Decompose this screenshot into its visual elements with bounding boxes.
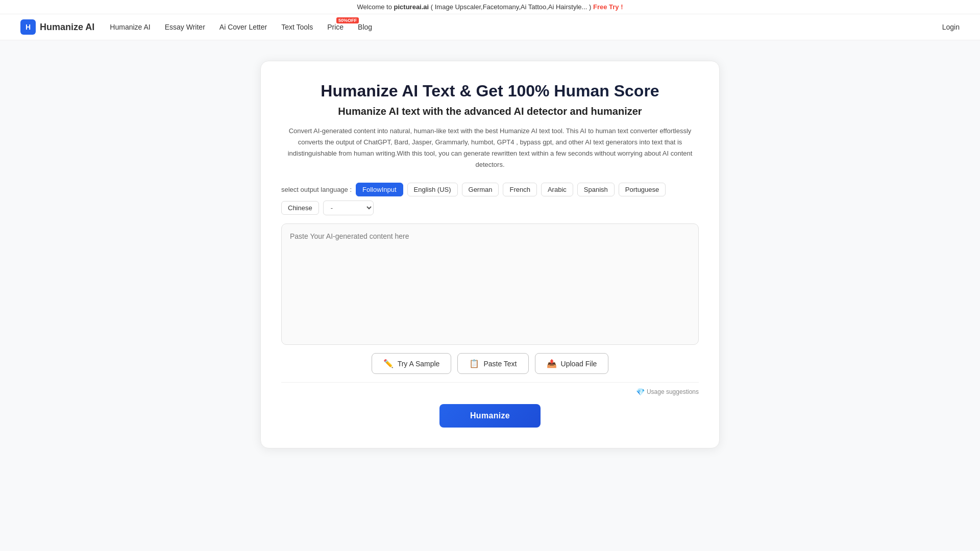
usage-suggestions-row: 💎 Usage suggestions — [281, 388, 699, 396]
banner-site: pictureai.ai — [394, 3, 429, 11]
price-badge: 50%OFF — [336, 17, 359, 23]
lang-btn-chinese[interactable]: Chinese — [281, 201, 319, 215]
lang-btn-spanish[interactable]: Spanish — [577, 183, 615, 196]
lang-btn-german[interactable]: German — [462, 183, 499, 196]
lang-btn-english-us[interactable]: English (US) — [407, 183, 458, 196]
try-sample-button[interactable]: ✏️ Try A Sample — [372, 353, 452, 374]
paste-text-icon: 📋 — [469, 359, 479, 368]
lang-btn-follow-input[interactable]: FollowInput — [356, 183, 403, 196]
hero-description: Convert AI-generated content into natura… — [281, 126, 699, 170]
nav-links: Humanize AI Essay Writer Ai Cover Letter… — [110, 22, 942, 32]
nav-item-humanize-ai[interactable]: Humanize AI — [110, 22, 150, 32]
lang-btn-portuguese[interactable]: Portuguese — [619, 183, 666, 196]
humanize-button[interactable]: Humanize — [439, 404, 541, 428]
diamond-icon: 💎 — [636, 388, 645, 396]
login-button[interactable]: Login — [942, 23, 960, 31]
upload-file-label: Upload File — [561, 360, 597, 368]
humanize-button-container: Humanize — [281, 404, 699, 428]
ai-content-textarea[interactable] — [290, 232, 690, 334]
banner-cta: Free Try ! — [593, 3, 623, 11]
action-buttons-row: ✏️ Try A Sample 📋 Paste Text 📤 Upload Fi… — [281, 353, 699, 374]
nav-item-blog[interactable]: Blog — [358, 22, 372, 32]
text-input-area — [281, 223, 699, 345]
upload-file-icon: 📤 — [547, 359, 557, 368]
paste-text-button[interactable]: 📋 Paste Text — [457, 353, 528, 374]
brand-logo[interactable]: H Humanize AI — [20, 19, 94, 35]
paste-text-label: Paste Text — [483, 360, 517, 368]
try-sample-label: Try A Sample — [398, 360, 440, 368]
lang-btn-arabic[interactable]: Arabic — [541, 183, 573, 196]
lang-btn-french[interactable]: French — [503, 183, 536, 196]
usage-suggestions-label: Usage suggestions — [647, 388, 699, 395]
language-label: select output language : — [281, 186, 352, 193]
nav-item-text-tools[interactable]: Text Tools — [281, 22, 313, 32]
usage-suggestions[interactable]: 💎 Usage suggestions — [636, 388, 699, 396]
banner-prefix: Welcome to — [357, 3, 394, 11]
main-content: Humanize AI Text & Get 100% Human Score … — [0, 40, 980, 469]
language-selector-row: select output language : FollowInput Eng… — [281, 183, 699, 215]
divider — [281, 382, 699, 383]
nav-item-ai-cover-letter[interactable]: Ai Cover Letter — [219, 22, 267, 32]
nav-item-price[interactable]: Price 50%OFF — [327, 22, 344, 32]
banner-middle: ( Image Upscaler,Facetomany,Ai Tattoo,Ai… — [429, 3, 593, 11]
top-banner: Welcome to pictureai.ai ( Image Upscaler… — [0, 0, 980, 14]
brand-icon: H — [20, 19, 36, 35]
main-card: Humanize AI Text & Get 100% Human Score … — [260, 61, 720, 448]
brand-name: Humanize AI — [40, 22, 94, 33]
nav-item-essay-writer[interactable]: Essay Writer — [165, 22, 205, 32]
try-sample-icon: ✏️ — [383, 359, 394, 368]
hero-title: Humanize AI Text & Get 100% Human Score — [281, 82, 699, 101]
navbar: H Humanize AI Humanize AI Essay Writer A… — [0, 14, 980, 40]
hero-subtitle: Humanize AI text with the advanced AI de… — [281, 106, 699, 117]
lang-dropdown[interactable]: - Japanese Korean Italian — [323, 201, 374, 215]
upload-file-button[interactable]: 📤 Upload File — [535, 353, 609, 374]
